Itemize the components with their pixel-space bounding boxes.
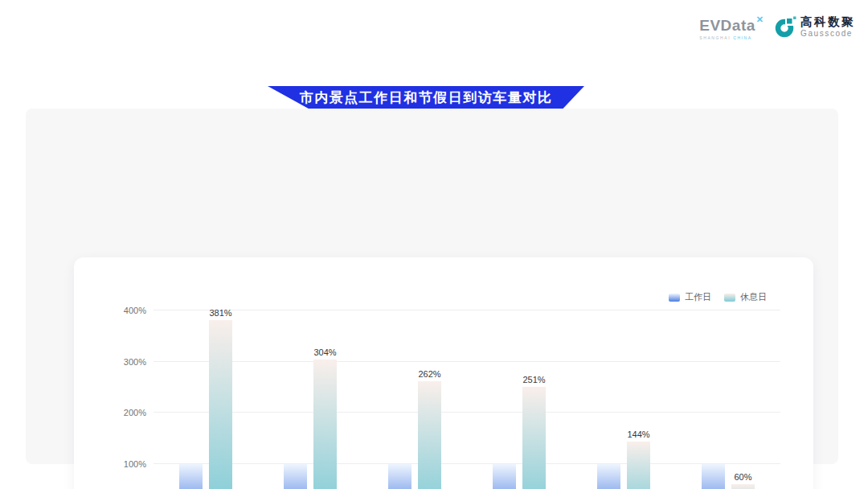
gausscode-en: Gausscode <box>800 29 855 38</box>
gausscode-g-icon <box>775 15 796 38</box>
bar-工作日[interactable] <box>493 464 516 489</box>
y-axis-tick: 400% <box>124 306 146 315</box>
evdata-subtext: SHANGHAI CHINA <box>699 35 764 40</box>
y-axis-tick: 200% <box>124 408 146 417</box>
value-label: 304% <box>313 347 336 357</box>
bar-group: 144%上海迪士尼度假区 <box>571 310 676 489</box>
legend-swatch <box>669 294 680 302</box>
bar-休息日[interactable]: 304% <box>313 360 337 489</box>
gausscode-logo: 高科数聚 Gausscode <box>775 15 855 38</box>
bar-group: 60%国家会展中心(上海) <box>676 310 780 489</box>
legend-item-工作日[interactable]: 工作日 <box>669 291 711 303</box>
page: EVData ✕ SHANGHAI CHINA 高科数聚 Gausscode 市… <box>0 0 868 489</box>
chart-title-banner: 市内景点工作日和节假日到访车量对比 <box>268 86 584 110</box>
gausscode-text: 高科数聚 Gausscode <box>800 15 855 38</box>
bar-group: 262%广富林 <box>362 310 467 489</box>
bar-休息日[interactable]: 144% <box>627 442 650 489</box>
value-label: 381% <box>209 308 231 318</box>
evdata-wordmark: EVData <box>699 18 755 33</box>
bar-工作日[interactable] <box>388 464 411 489</box>
bar-group: 304%上海欢乐谷 <box>258 310 362 489</box>
value-label: 144% <box>627 429 649 439</box>
content-panel: 工作日休息日 0%100%200%300%400%381%辰山植物园304%上海… <box>26 109 838 464</box>
plot-area: 0%100%200%300%400%381%辰山植物园304%上海欢乐谷262%… <box>154 310 780 489</box>
bar-休息日[interactable]: 381% <box>209 320 232 489</box>
value-label: 262% <box>418 369 440 379</box>
bar-休息日[interactable]: 251% <box>522 387 546 489</box>
bar-休息日[interactable]: 60% <box>731 484 755 489</box>
gausscode-cn: 高科数聚 <box>800 15 855 29</box>
y-axis-tick: 100% <box>124 459 146 469</box>
legend-swatch <box>724 294 735 302</box>
evdata-x-icon: ✕ <box>756 14 764 25</box>
bar-group: 251%上海野生动物园 <box>467 310 571 489</box>
bar-工作日[interactable] <box>179 464 203 489</box>
bar-休息日[interactable]: 262% <box>418 381 441 489</box>
legend: 工作日休息日 <box>669 291 767 303</box>
bar-group: 381%辰山植物园 <box>154 310 258 489</box>
legend-label: 工作日 <box>685 291 711 303</box>
header-logos: EVData ✕ SHANGHAI CHINA 高科数聚 Gausscode <box>699 15 855 40</box>
bar-工作日[interactable] <box>597 464 620 489</box>
value-label: 60% <box>734 472 751 482</box>
legend-item-休息日[interactable]: 休息日 <box>724 291 767 303</box>
chart-card: 工作日休息日 0%100%200%300%400%381%辰山植物园304%上海… <box>74 257 813 489</box>
evdata-logo: EVData ✕ SHANGHAI CHINA <box>699 15 764 40</box>
y-axis-tick: 300% <box>124 357 146 367</box>
legend-label: 休息日 <box>740 291 767 303</box>
bar-工作日[interactable] <box>702 464 725 489</box>
bar-工作日[interactable] <box>284 464 307 489</box>
value-label: 251% <box>522 375 545 384</box>
